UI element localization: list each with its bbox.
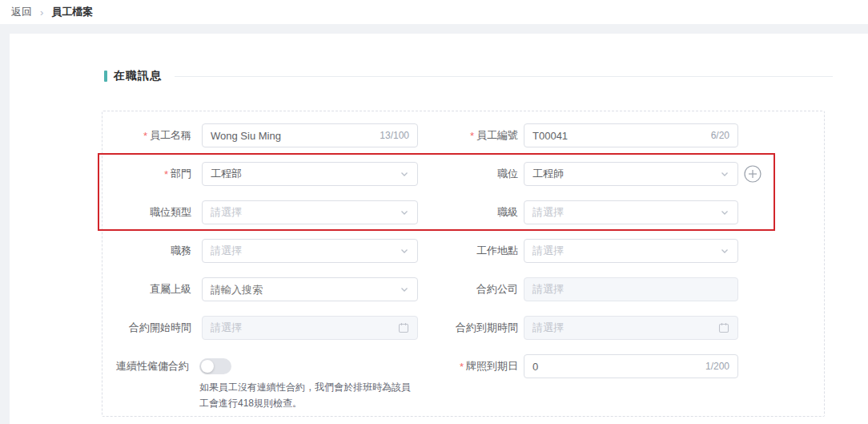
employment-info-form: * 員工名稱 13/100 * 員工編號 6/20 (102, 111, 825, 417)
required-mark: * (164, 168, 168, 180)
contract-end-datepicker: 請選擇 (524, 316, 738, 340)
position-select[interactable]: 工程師 (524, 162, 738, 186)
department-label: * 部門 (113, 162, 191, 186)
add-position-button[interactable] (744, 165, 762, 183)
breadcrumb-back-link[interactable]: 返回 (11, 5, 32, 19)
position-type-label: 職位類型 (113, 200, 191, 224)
duty-select[interactable]: 請選擇 (202, 239, 418, 263)
employee-name-input-box: 13/100 (202, 123, 418, 147)
direct-supervisor-search-input[interactable] (211, 284, 395, 296)
continuous-contract-label: 連續性僱傭合約 (113, 354, 189, 378)
chevron-down-icon (400, 246, 409, 256)
employee-name-counter: 13/100 (380, 130, 409, 141)
breadcrumb-separator: › (40, 6, 43, 18)
section-title: 在職訊息 (114, 69, 162, 83)
direct-supervisor-select[interactable] (202, 277, 418, 301)
form-row-name-id: * 員工名稱 13/100 * 員工編號 6/20 (113, 123, 824, 147)
contract-company-label: 合約公司 (419, 277, 518, 301)
section-header: 在職訊息 (104, 69, 833, 83)
contract-start-datepicker: 請選擇 (202, 316, 418, 340)
license-expiry-input[interactable] (532, 361, 701, 373)
breadcrumb: 返回 › 員工檔案 (0, 0, 868, 24)
chevron-down-icon (400, 208, 409, 217)
required-mark: * (460, 361, 464, 373)
job-level-label: 職級 (419, 200, 518, 224)
job-level-select[interactable]: 請選擇 (524, 200, 738, 224)
form-row-dept-position: * 部門 工程部 職位 工程師 (113, 162, 824, 186)
department-select[interactable]: 工程部 (202, 162, 418, 186)
license-expiry-counter: 1/200 (705, 361, 729, 372)
contract-company-select: 請選擇 (524, 277, 738, 301)
license-expiry-input-box: 1/200 (524, 354, 738, 378)
employee-id-input[interactable] (532, 130, 706, 142)
position-type-select[interactable]: 請選擇 (202, 200, 418, 224)
required-mark: * (143, 130, 147, 142)
chevron-down-icon (720, 169, 729, 179)
license-expiry-label: * 牌照到期日 (419, 354, 518, 378)
required-mark: * (470, 130, 474, 142)
continuous-contract-toggle[interactable] (199, 358, 231, 374)
duty-label: 職務 (113, 239, 191, 263)
chevron-down-icon (400, 285, 409, 294)
employee-id-counter: 6/20 (711, 130, 729, 141)
work-location-select[interactable]: 請選擇 (524, 239, 738, 263)
contract-end-label: 合約到期時間 (419, 316, 518, 340)
employee-name-label: * 員工名稱 (113, 123, 191, 147)
employee-profile-card: 在職訊息 * 員工名稱 13/100 * 員工編號 (10, 34, 868, 424)
calendar-icon (718, 322, 729, 333)
employee-id-input-box: 6/20 (524, 123, 738, 147)
direct-supervisor-label: 直屬上級 (113, 277, 191, 301)
chevron-down-icon (400, 169, 409, 179)
section-divider (175, 76, 833, 77)
section-accent-bar (104, 71, 107, 82)
toggle-knob (201, 360, 214, 373)
work-location-label: 工作地點 (419, 239, 518, 263)
breadcrumb-current: 員工檔案 (51, 5, 93, 19)
form-row-supervisor-company: 直屬上級 合約公司 請選擇 (113, 277, 824, 301)
chevron-down-icon (720, 208, 729, 217)
form-row-type-level: 職位類型 請選擇 職級 請選擇 (113, 200, 824, 224)
employee-id-label: * 員工編號 (419, 123, 518, 147)
contract-start-label: 合約開始時間 (113, 316, 191, 340)
continuous-contract-help-text: 如果員工沒有連續性合約，我們會於排班時為該員工會進行418規則檢查。 (199, 379, 419, 412)
form-row-toggle-license: 連續性僱傭合約 如果員工沒有連續性合約，我們會於排班時為該員工會進行418規則檢… (113, 354, 824, 412)
chevron-down-icon (720, 246, 729, 256)
employee-name-input[interactable] (211, 130, 375, 142)
position-label: 職位 (419, 162, 518, 186)
form-row-contract-dates: 合約開始時間 請選擇 合約到期時間 請選擇 (113, 316, 824, 340)
calendar-icon (398, 322, 409, 333)
form-row-duty-location: 職務 請選擇 工作地點 請選擇 (113, 239, 824, 263)
